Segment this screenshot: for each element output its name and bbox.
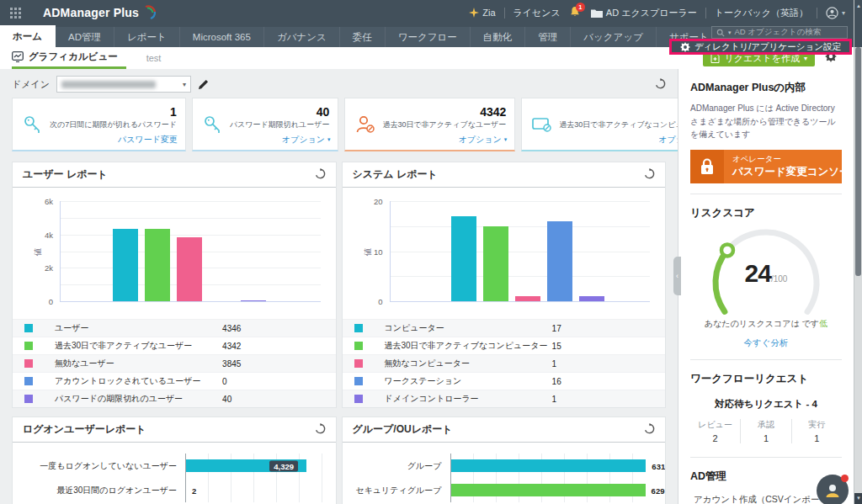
bar-過去30日で非アクティブなコンピューター[interactable] bbox=[483, 226, 508, 301]
panel-system-report: システム レポート 値 20100 コンピューター17過去30日で非アクティブな… bbox=[342, 162, 667, 408]
tab-管理[interactable]: 管理 bbox=[525, 27, 571, 47]
card-inactive-users[interactable]: 4342 過去30日で非アクティブなユーザー オプション▾ bbox=[344, 98, 515, 151]
legend-label: パスワードの期限切れのユーザー bbox=[55, 393, 222, 405]
bar-コンピューター[interactable] bbox=[451, 216, 476, 301]
tab-ガバナンス[interactable]: ガバナンス bbox=[264, 27, 340, 47]
y-tick: 2k bbox=[45, 263, 53, 273]
tab-AD管理[interactable]: AD管理 bbox=[56, 27, 114, 47]
panel-title: グループ/OUレポート bbox=[353, 422, 453, 437]
directory-application-settings-button[interactable]: ディレクトリ/アプリケーション設定 bbox=[669, 39, 852, 55]
apps-grid-icon[interactable] bbox=[10, 8, 21, 19]
tab-ワークフロー[interactable]: ワークフロー bbox=[386, 27, 471, 47]
legend-value: 17 bbox=[552, 324, 561, 333]
domain-select[interactable]: ▾ bbox=[56, 76, 191, 93]
refresh-panel-icon[interactable] bbox=[315, 168, 326, 182]
notifications-bell[interactable]: 1 bbox=[569, 6, 583, 19]
bar-セキュリティグループ[interactable] bbox=[451, 484, 646, 496]
tab-自動化[interactable]: 自動化 bbox=[471, 27, 526, 47]
tab-委任[interactable]: 委任 bbox=[340, 27, 386, 47]
card-password-expired-users[interactable]: 40 パスワード期限切れユーザー オプション▾ bbox=[192, 98, 338, 151]
search-scope-caret-icon[interactable]: ▾ bbox=[728, 29, 732, 36]
divider bbox=[705, 8, 706, 19]
tab-Microsoft 365[interactable]: Microsoft 365 bbox=[180, 27, 264, 47]
bar-ドメインコントローラー[interactable] bbox=[579, 296, 604, 301]
tab-レポート[interactable]: レポート bbox=[114, 27, 180, 47]
bar-グループ[interactable] bbox=[451, 459, 646, 472]
divider bbox=[690, 194, 842, 194]
options-dropdown[interactable]: オプション▾ bbox=[658, 134, 678, 146]
y-tick: 0 bbox=[378, 297, 382, 306]
workflow-col-execute[interactable]: 実行 1 bbox=[791, 419, 842, 443]
bar-過去30日で非アクティブなユーザー[interactable] bbox=[145, 229, 170, 301]
card-inactive-computers[interactable]: 15 過去30日で非アクティブなコンピューター オプション▾ bbox=[521, 98, 678, 151]
legend-row[interactable]: 無効なユーザー3845 bbox=[13, 354, 336, 372]
lock-icon bbox=[690, 150, 724, 183]
scroll-up-arrow[interactable]: ▲ bbox=[854, 0, 862, 47]
password-change-link[interactable]: パスワード変更 bbox=[118, 134, 178, 146]
hbar-area: 631 bbox=[450, 454, 656, 478]
options-dropdown[interactable]: オプション▾ bbox=[459, 134, 508, 146]
report-panels-row1: ユーザー レポート 値 6k4k2k0 ユーザー4346過去30日で非アクティブ… bbox=[12, 162, 666, 408]
bar-ユーザー[interactable] bbox=[113, 229, 138, 301]
bar-パスワードの期限切れのユーザー[interactable] bbox=[241, 300, 266, 301]
promo-title: ADManager Plusの内部 bbox=[690, 81, 842, 95]
legend-row[interactable]: パスワードの期限切れのユーザー40 bbox=[13, 390, 336, 407]
legend-label: 無効なユーザー bbox=[55, 358, 222, 369]
options-dropdown[interactable]: オプション▾ bbox=[282, 134, 331, 146]
bar-無効なコンピューター[interactable] bbox=[515, 296, 540, 301]
workflow-col-approve[interactable]: 承認 1 bbox=[740, 419, 790, 443]
scroll-down-arrow[interactable]: ▼ bbox=[854, 493, 862, 504]
edit-pencil-icon[interactable] bbox=[198, 79, 209, 90]
legend-row[interactable]: ドメインコントローラー1 bbox=[343, 390, 666, 407]
refresh-panel-icon[interactable] bbox=[315, 423, 326, 437]
legend-swatch bbox=[24, 324, 33, 332]
tab-test[interactable]: test bbox=[146, 53, 162, 63]
scrollbar-thumb[interactable] bbox=[855, 47, 861, 276]
talkback-link[interactable]: トークバック（英語） bbox=[715, 7, 808, 19]
top-nav: Zia ライセンス 1 AD エクスプローラー トークバック（英語） ▾ bbox=[469, 6, 854, 19]
legend-row[interactable]: 過去30日で非アクティブなコンピューター15 bbox=[343, 337, 666, 354]
workflow-col-review[interactable]: レビュー 2 bbox=[690, 419, 740, 443]
license-link[interactable]: ライセンス bbox=[513, 7, 561, 19]
card-value: 15 bbox=[559, 106, 678, 118]
legend-row[interactable]: 過去30日で非アクティブなユーザー4342 bbox=[13, 337, 336, 354]
legend-row[interactable]: アカウントロックされているユーザー0 bbox=[13, 372, 336, 390]
hbar-row: セキュリティグループ629 bbox=[343, 478, 656, 502]
account-menu[interactable]: ▾ bbox=[826, 7, 845, 19]
y-tick: 10 bbox=[374, 247, 383, 256]
ad-explorer-link[interactable]: AD エクスプローラー bbox=[591, 7, 697, 19]
refresh-dashboard-icon[interactable] bbox=[655, 78, 666, 91]
y-axis-label: 値 bbox=[33, 248, 44, 257]
tab-バックアップ[interactable]: バックアップ bbox=[571, 27, 657, 47]
inactive-user-icon bbox=[354, 114, 376, 139]
hbar-value: 4,329 bbox=[269, 460, 298, 471]
zia-item[interactable]: Zia bbox=[469, 8, 495, 18]
workflow-title: ワークフローリクエスト bbox=[690, 372, 842, 386]
analyze-now-link[interactable]: 今すぐ分析 bbox=[690, 337, 842, 349]
legend-row[interactable]: コンピューター17 bbox=[343, 319, 666, 337]
notification-badge: 1 bbox=[576, 3, 585, 12]
legend-row[interactable]: 無効なコンピューター1 bbox=[343, 354, 666, 372]
legend-row[interactable]: ユーザー4346 bbox=[13, 319, 336, 337]
vertical-scrollbar[interactable]: ▲ ▼ bbox=[854, 0, 862, 504]
bar-無効なユーザー[interactable] bbox=[177, 237, 202, 301]
refresh-panel-icon[interactable] bbox=[644, 423, 655, 437]
main-content: ドメイン ▾ 1 次の7日間に期限が切れるパスワード パスワード変更 40 パス… bbox=[0, 69, 678, 504]
tab-graphical-view[interactable]: グラフィカルビュー bbox=[12, 47, 126, 69]
pending-requests: 対応待ちリクエスト - 4 bbox=[690, 398, 842, 411]
gear-icon bbox=[680, 42, 690, 52]
y-tick: 20 bbox=[374, 197, 383, 206]
console-label: パスワード変更コンソール bbox=[732, 165, 854, 178]
password-change-console-button[interactable]: オペレーター パスワード変更コンソール bbox=[690, 150, 842, 183]
card-passwords-expiring[interactable]: 1 次の7日間に期限が切れるパスワード パスワード変更 bbox=[12, 98, 186, 151]
bar-ワークステーション[interactable] bbox=[547, 221, 572, 301]
report-panels-row2: ログオンユーザーレポート 一度もログオンしていないユーザー4,329最近30日間… bbox=[12, 416, 666, 504]
sidebar-collapse-handle[interactable]: ‹ bbox=[673, 257, 681, 295]
bars-group bbox=[61, 201, 321, 301]
legend-value: 1 bbox=[552, 359, 557, 369]
ad-object-search[interactable]: ▾ AD オブジェクトの検索 bbox=[711, 26, 848, 39]
tab-ホーム[interactable]: ホーム bbox=[0, 25, 56, 47]
refresh-panel-icon[interactable] bbox=[644, 168, 655, 182]
hbar-row: グループ631 bbox=[343, 454, 656, 478]
legend-row[interactable]: ワークステーション16 bbox=[343, 372, 666, 390]
